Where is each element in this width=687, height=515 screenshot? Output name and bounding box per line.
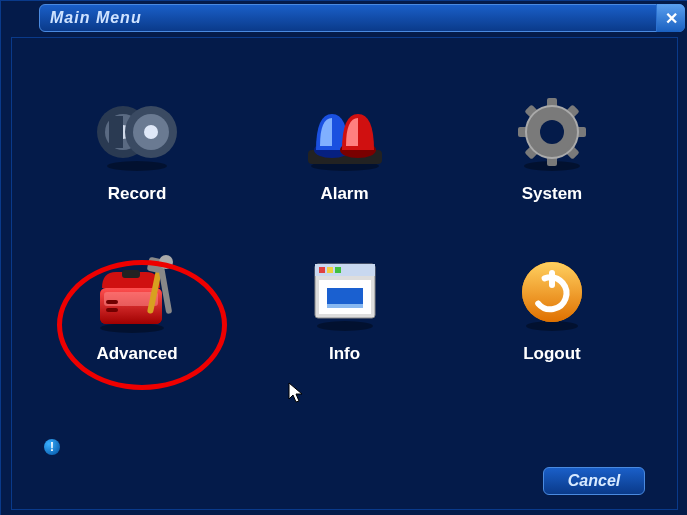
info-icon: [300, 254, 390, 334]
close-button[interactable]: ✕: [656, 4, 685, 32]
menu-item-logout[interactable]: Logout: [477, 254, 627, 364]
menu-item-label: Record: [108, 184, 167, 204]
menu-item-info[interactable]: Info: [270, 254, 420, 364]
window-title: Main Menu: [50, 9, 142, 27]
svg-rect-7: [109, 116, 123, 148]
menu-item-alarm[interactable]: Alarm: [270, 94, 420, 204]
content-panel: Record Alarm: [11, 37, 678, 510]
svg-point-6: [144, 125, 158, 139]
svg-point-15: [540, 120, 564, 144]
alarm-icon: [300, 94, 390, 174]
info-badge[interactable]: !: [44, 439, 60, 455]
svg-point-28: [317, 321, 373, 331]
svg-rect-22: [106, 300, 118, 304]
menu-item-label: System: [522, 184, 582, 204]
menu-grid: Record Alarm: [62, 94, 627, 364]
logout-icon: [507, 254, 597, 334]
svg-rect-31: [319, 267, 325, 273]
svg-rect-36: [327, 304, 363, 308]
menu-item-advanced[interactable]: Advanced: [62, 254, 212, 364]
svg-rect-32: [327, 267, 333, 273]
svg-point-17: [100, 323, 164, 333]
main-menu-window: Main Menu ✕ Record: [0, 0, 687, 515]
svg-point-27: [159, 255, 173, 269]
menu-item-label: Info: [329, 344, 360, 364]
menu-item-system[interactable]: System: [477, 94, 627, 204]
svg-rect-14: [547, 98, 557, 110]
svg-rect-21: [122, 270, 140, 278]
titlebar: Main Menu ✕: [39, 4, 685, 32]
svg-rect-33: [335, 267, 341, 273]
svg-point-37: [526, 321, 578, 331]
svg-rect-23: [106, 308, 118, 312]
advanced-icon: [92, 254, 182, 334]
record-icon: [92, 94, 182, 174]
menu-item-label: Logout: [523, 344, 581, 364]
close-icon: ✕: [665, 9, 678, 28]
cancel-button[interactable]: Cancel: [543, 467, 645, 495]
menu-item-record[interactable]: Record: [62, 94, 212, 204]
svg-rect-40: [549, 270, 555, 288]
system-icon: [507, 94, 597, 174]
cursor-icon: [288, 382, 306, 404]
svg-point-0: [107, 161, 167, 171]
menu-item-label: Advanced: [96, 344, 177, 364]
menu-item-label: Alarm: [320, 184, 368, 204]
